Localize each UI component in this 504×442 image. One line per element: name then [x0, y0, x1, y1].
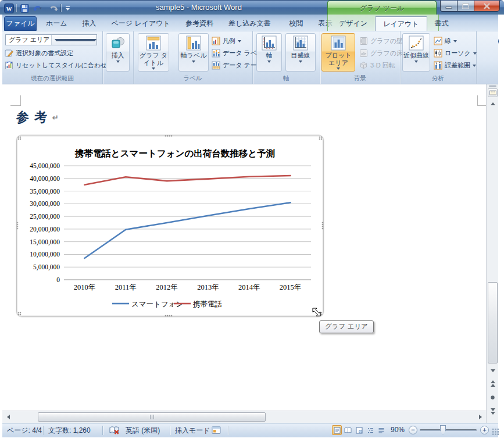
chart-grip-right[interactable]: [321, 222, 324, 230]
zoom-in-button[interactable]: +: [480, 426, 489, 434]
split-handle[interactable]: [489, 85, 496, 87]
tab-page-layout[interactable]: ページ レイアウト: [104, 16, 178, 31]
zoom-slider-track[interactable]: [420, 429, 477, 431]
reset-to-style-button[interactable]: リセットしてスタイルに合わせる: [5, 60, 114, 71]
gridlines-button[interactable]: 目盛線: [285, 33, 316, 72]
chart-grip-top-right[interactable]: [319, 136, 323, 140]
chart-object[interactable]: 05,000,00010,000,00015,000,00020,000,000…: [16, 135, 324, 317]
previous-page-button[interactable]: [488, 376, 498, 390]
format-selection-button[interactable]: 選択対象の書式設定: [5, 48, 73, 59]
next-page-button[interactable]: [488, 404, 498, 418]
scroll-left-button[interactable]: [3, 412, 13, 422]
error-bars-icon: [434, 61, 442, 70]
horizontal-scrollbar[interactable]: [2, 411, 486, 423]
chart-element-combo[interactable]: グラフ エリア: [5, 34, 97, 45]
zoom-level[interactable]: 90%: [391, 426, 405, 434]
ruler-toggle-button[interactable]: [488, 88, 498, 97]
redo-button[interactable]: [48, 3, 59, 13]
text-boundary-mark-left: [10, 95, 21, 106]
save-button[interactable]: [19, 3, 30, 13]
view-print-layout-button[interactable]: [332, 425, 342, 435]
language-indicator[interactable]: 英語 (米国): [126, 426, 160, 436]
group-labels: グラフ タイトル 軸ラベル 凡例 データ ラベル データ テーブル ラベル: [133, 31, 253, 84]
trendline-button[interactable]: 近似曲線: [402, 33, 430, 72]
insert-mode-indicator[interactable]: 挿入モード: [175, 426, 210, 436]
tab-mailings[interactable]: 差し込み文書: [221, 16, 278, 31]
maximize-button[interactable]: [457, 1, 474, 12]
window-resize-grip[interactable]: [492, 428, 499, 436]
zoom-out-button[interactable]: −: [409, 426, 417, 434]
axes-button[interactable]: 軸: [256, 33, 282, 72]
scroll-right-button[interactable]: [476, 412, 485, 422]
tab-insert[interactable]: 挿入: [75, 16, 104, 31]
svg-text:35,000,000: 35,000,000: [30, 188, 60, 195]
tab-review[interactable]: 校閲: [281, 16, 310, 31]
minimize-button[interactable]: [440, 1, 457, 12]
chart-grip-bottom-left[interactable]: [17, 312, 22, 316]
vertical-scroll-thumb[interactable]: [488, 282, 498, 363]
paragraph-mark: ↵: [52, 113, 59, 122]
horizontal-scroll-thumb[interactable]: [38, 412, 266, 422]
group-label-background: 背景: [320, 74, 400, 83]
svg-text:2015年: 2015年: [280, 283, 302, 291]
view-draft-button[interactable]: [376, 425, 386, 435]
view-outline-button[interactable]: [365, 425, 375, 435]
chart-grip-left[interactable]: [16, 222, 19, 230]
svg-text:2014年: 2014年: [238, 283, 260, 291]
tab-file[interactable]: ファイル: [4, 16, 37, 31]
error-bars-button[interactable]: 誤差範囲: [434, 60, 476, 71]
view-web-layout-button[interactable]: [354, 425, 364, 435]
close-button[interactable]: [474, 1, 500, 12]
axes-icon: [262, 35, 277, 51]
combo-dropdown-button[interactable]: [51, 35, 97, 45]
tab-format[interactable]: 書式: [427, 16, 456, 31]
tab-references[interactable]: 参考資料: [178, 16, 221, 31]
insert-shapes-icon: [110, 35, 126, 51]
rotation-3d-button[interactable]: 3-D 回転: [359, 60, 395, 71]
tab-layout[interactable]: レイアウト: [375, 16, 427, 31]
insert-button[interactable]: 挿入: [106, 33, 130, 72]
updown-bars-button[interactable]: ローソク: [434, 48, 477, 59]
word-count[interactable]: 文字数: 1,260: [48, 426, 91, 436]
chart-element-combo-value: グラフ エリア: [6, 35, 51, 44]
view-fullscreen-reading-button[interactable]: [343, 425, 353, 435]
lines-button[interactable]: 線: [434, 35, 457, 47]
scroll-up-button[interactable]: [488, 99, 498, 108]
tab-home[interactable]: ホーム: [38, 16, 75, 31]
chart-title-button[interactable]: グラフ タイトル: [138, 33, 169, 72]
word-logo-icon[interactable]: W: [3, 3, 14, 13]
svg-text:W: W: [6, 5, 12, 12]
chart-floor-icon: [359, 49, 368, 58]
browse-object-icon: [490, 395, 495, 400]
undo-button[interactable]: [32, 3, 46, 13]
tab-design[interactable]: デザイン: [331, 16, 375, 31]
legend-button[interactable]: 凡例: [212, 35, 241, 47]
axis-labels-button[interactable]: 軸ラベル: [178, 33, 209, 72]
plot-area-button[interactable]: プロット エリア: [321, 33, 355, 72]
macro-record-icon[interactable]: [212, 426, 221, 434]
chart-area-tooltip: グラフ エリア: [319, 320, 374, 333]
spellcheck-icon[interactable]: [109, 426, 120, 435]
svg-text:2011年: 2011年: [115, 283, 137, 291]
zoom-slider-thumb[interactable]: [440, 425, 446, 434]
data-table-icon: [212, 61, 220, 70]
chart-tools-tab-zone: デザイン レイアウト 書式: [327, 15, 439, 31]
chart-grip-bottom[interactable]: [165, 315, 173, 317]
svg-text:30,000,000: 30,000,000: [30, 200, 60, 208]
select-browse-object-button[interactable]: [488, 391, 498, 403]
page-indicator[interactable]: ページ: 4/4: [7, 426, 42, 436]
legend-icon: [212, 37, 220, 45]
qat-customize-button[interactable]: [64, 3, 71, 13]
group-label-analysis: 分析: [400, 74, 476, 83]
resize-cursor-icon: [310, 306, 323, 319]
scroll-down-button[interactable]: [488, 366, 498, 375]
group-current-selection: グラフ エリア 選択対象の書式設定 リセットしてスタイルに合わせる 現在の選択範…: [2, 31, 103, 84]
vertical-scrollbar[interactable]: [486, 84, 498, 423]
group-background: プロット エリア グラフの壁面 グラフの床面 3-D 回転 背景: [320, 31, 401, 84]
format-selection-icon: [5, 49, 13, 58]
group-label-current-selection: 現在の選択範囲: [2, 74, 102, 83]
gridlines-icon: [293, 35, 308, 51]
chart-canvas: 05,000,00010,000,00015,000,00020,000,000…: [19, 137, 321, 314]
chart-grip-top-left[interactable]: [17, 136, 22, 140]
chart-grip-top[interactable]: [165, 135, 173, 137]
